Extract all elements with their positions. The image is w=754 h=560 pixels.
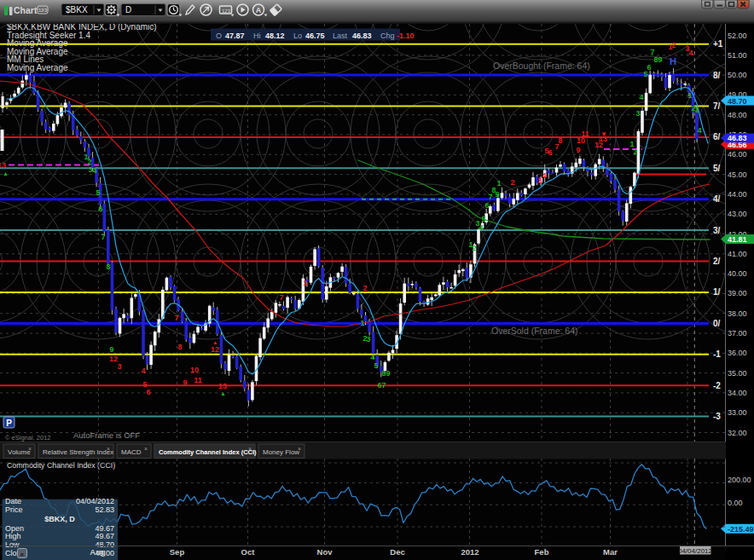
svg-text:1/: 1/ [713,287,721,297]
svg-text:×: × [107,446,110,452]
svg-text:4: 4 [141,367,145,375]
svg-text:9: 9 [109,345,113,354]
svg-text:46.75: 46.75 [305,32,325,40]
svg-text:8: 8 [558,136,562,145]
svg-text:49.67: 49.67 [95,532,114,540]
svg-text:1: 1 [360,319,364,327]
svg-text:8/: 8/ [713,71,721,80]
svg-text:6: 6 [98,205,102,213]
svg-text:8: 8 [177,343,182,351]
svg-text:Low: Low [5,540,20,549]
svg-text:35.00: 35.00 [728,369,747,378]
svg-text:6: 6 [647,63,651,72]
svg-text:5: 5 [481,215,485,223]
svg-text:38.00: 38.00 [728,309,747,318]
svg-text:3: 3 [366,335,370,344]
svg-text:Feb: Feb [535,547,549,557]
svg-text:9: 9 [576,146,580,154]
svg-text:P: P [6,419,12,428]
svg-text:11: 11 [194,376,202,384]
svg-text:37.00: 37.00 [728,329,747,338]
svg-text:Hi: Hi [253,32,261,40]
svg-text:33.00: 33.00 [728,408,747,417]
svg-text:04/04/2012: 04/04/2012 [678,547,713,555]
svg-text:×: × [248,446,252,452]
svg-text:Price: Price [5,505,23,514]
svg-text:4: 4 [542,171,546,180]
svg-text:10: 10 [190,366,199,374]
svg-text:3/: 3/ [713,226,721,235]
svg-text:■: ■ [20,551,23,557]
svg-text:AutoFrame is OFF: AutoFrame is OFF [73,430,140,440]
svg-text:7: 7 [279,293,283,302]
svg-text:Chg: Chg [380,32,395,40]
svg-text:5: 5 [374,361,378,370]
svg-text:2: 2 [362,284,367,292]
svg-text:▼: ▼ [600,130,607,138]
svg-text:Open: Open [5,524,24,533]
svg-text:7: 7 [174,314,178,322]
svg-text:H: H [670,56,676,66]
svg-text:46.83: 46.83 [352,32,372,40]
svg-text:Last: Last [333,32,348,40]
svg-text:Moving Average: Moving Average [7,63,68,72]
svg-text:36.00: 36.00 [728,349,747,357]
svg-text:▲: ▲ [3,170,9,176]
svg-text:45.00: 45.00 [728,170,747,179]
svg-text:6: 6 [146,388,150,396]
svg-text:Chart: Chart [14,5,38,15]
svg-text:44.00: 44.00 [728,190,747,199]
svg-text:▲: ▲ [212,339,218,345]
svg-text:-3: -3 [713,412,721,421]
svg-text:3: 3 [635,109,640,118]
svg-text:A: A [256,6,262,14]
svg-text:Date: Date [5,497,21,505]
svg-text:12: 12 [211,345,219,354]
svg-text:123: 123 [222,9,231,14]
svg-text:Oct: Oct [241,547,256,557]
svg-text:2: 2 [510,178,514,187]
svg-text:2: 2 [472,244,476,252]
svg-text:200.00: 200.00 [728,476,751,484]
svg-text:▲: ▲ [220,390,226,396]
svg-text:13: 13 [0,161,6,170]
svg-text:2/: 2/ [713,257,721,266]
svg-text:×: × [144,446,148,452]
svg-text:47.87: 47.87 [225,32,245,40]
svg-text:×: × [298,446,301,452]
svg-text:D: D [125,5,131,14]
svg-text:11: 11 [581,130,589,138]
svg-text:6: 6 [484,201,489,210]
svg-text:7: 7 [381,381,386,390]
svg-text:13: 13 [218,382,227,390]
svg-text:50.00: 50.00 [728,71,747,79]
svg-text:1: 1 [687,91,692,100]
svg-text:Dec: Dec [390,547,404,557]
svg-text:9: 9 [658,55,662,64]
svg-text:-1.10: -1.10 [397,32,415,40]
svg-text:48.00: 48.00 [728,111,747,119]
svg-text:$BKX, D: $BKX, D [44,515,75,523]
svg-text:6: 6 [548,148,552,157]
svg-text:2: 2 [671,41,676,49]
svg-text:41.00: 41.00 [728,250,747,258]
svg-text:46.00: 46.00 [728,150,747,159]
svg-text:52.83: 52.83 [95,505,114,514]
svg-text:1: 1 [496,179,501,188]
svg-text:4: 4 [478,223,483,232]
svg-text:+1: +1 [713,39,723,49]
svg-text:48.12: 48.12 [265,32,285,40]
svg-text:-1: -1 [713,349,721,359]
svg-text:9: 9 [386,369,390,378]
svg-text:0/: 0/ [713,319,721,328]
svg-text:4: 4 [370,353,374,361]
svg-text:$BKX: $BKX [66,5,88,14]
svg-text:© eSignal, 2012: © eSignal, 2012 [5,434,50,442]
svg-text:7/: 7/ [713,101,721,111]
svg-text:7: 7 [101,233,105,241]
svg-text:39.00: 39.00 [728,289,747,297]
svg-text:O: O [216,32,222,40]
svg-text:123: 123 [38,8,48,13]
svg-text:46.83: 46.83 [728,134,747,142]
svg-text:4: 4 [688,49,693,57]
